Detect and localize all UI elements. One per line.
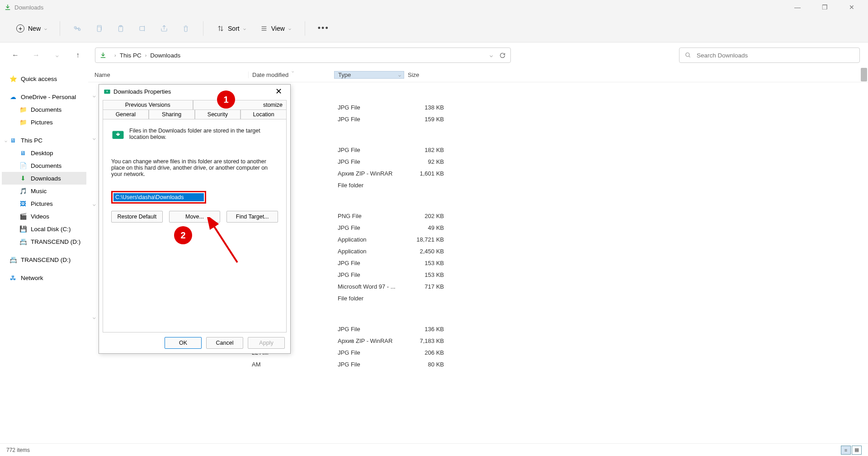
cancel-button[interactable]: Cancel	[206, 337, 243, 349]
sidebar-label: Documents	[31, 162, 61, 169]
column-name[interactable]: Name	[94, 71, 248, 78]
videos-icon: 🎬	[19, 213, 27, 220]
dialog-body: Files in the Downloads folder are stored…	[103, 119, 287, 332]
new-button[interactable]: + New ⌵	[12, 22, 52, 35]
maximize-button[interactable]: ❐	[816, 4, 834, 11]
sidebar-label: Pictures	[31, 119, 53, 126]
sidebar-item-network[interactable]: 🖧 Network	[2, 271, 86, 284]
tab-location[interactable]: Location	[241, 109, 287, 119]
sidebar-label: Music	[31, 188, 47, 195]
sidebar-item-quick-access[interactable]: ⭐ Quick access	[2, 72, 86, 85]
tab-sharing[interactable]: Sharing	[149, 109, 195, 119]
refresh-button[interactable]	[499, 52, 506, 59]
folder-download-icon	[111, 128, 125, 141]
sidebar: ⭐ Quick access ☁ OneDrive - Personal 📁 D…	[0, 68, 88, 443]
sidebar-item-desktop[interactable]: 🖥 Desktop	[2, 147, 86, 159]
search-input[interactable]	[697, 52, 854, 59]
download-icon	[5, 4, 11, 10]
cloud-icon: ☁	[9, 93, 17, 100]
chevron-right-icon: ›	[145, 52, 147, 58]
sort-icon	[217, 25, 224, 32]
recent-dropdown[interactable]: ⌵	[50, 48, 64, 62]
sidebar-label: This PC	[21, 137, 42, 144]
sidebar-item-downloads[interactable]: ⬇ Downloads	[2, 172, 86, 185]
download-icon: ⬇	[19, 175, 27, 182]
sidebar-item-this-pc[interactable]: ⌵ 🖥 This PC	[2, 134, 86, 147]
folder-icon: 📁	[19, 119, 27, 126]
chevron-down-icon: ⌵	[288, 26, 291, 31]
desktop-icon: 🖥	[19, 150, 27, 157]
svg-rect-3	[140, 26, 145, 30]
paste-button[interactable]	[112, 19, 130, 38]
sidebar-item-documents[interactable]: 📁 Documents	[2, 103, 86, 116]
search-icon	[685, 52, 691, 58]
location-path-input[interactable]	[113, 193, 204, 201]
dialog-footer: OK Cancel Apply	[99, 332, 290, 353]
delete-button[interactable]	[177, 19, 195, 38]
address-bar[interactable]: › This PC › Downloads ⌵	[95, 48, 511, 63]
dialog-tabs: Previous Versions stomize General Sharin…	[99, 98, 290, 119]
chevron-down-icon: ⌵	[243, 26, 246, 31]
documents-icon: 📄	[19, 162, 27, 169]
sidebar-item-videos[interactable]: 🎬 Videos	[2, 210, 86, 223]
svg-line-7	[212, 224, 237, 262]
column-type[interactable]: Type⌵	[334, 71, 404, 79]
up-button[interactable]: ↑	[71, 48, 85, 62]
dialog-titlebar: Downloads Properties ✕	[99, 85, 290, 98]
address-dropdown[interactable]: ⌵	[490, 52, 493, 58]
sidebar-label: Documents	[31, 106, 61, 113]
column-size[interactable]: Size	[404, 71, 449, 78]
sidebar-item-transcend-2[interactable]: 📇 TRANSCEND (D:)	[2, 253, 86, 266]
monitor-icon: 🖥	[9, 137, 17, 144]
sidebar-item-pictures[interactable]: 🖼 Pictures	[2, 197, 86, 210]
sidebar-item-documents[interactable]: 📄 Documents	[2, 159, 86, 172]
scrollbar-thumb[interactable]	[861, 68, 867, 81]
tab-security[interactable]: Security	[195, 109, 241, 119]
search-box[interactable]	[679, 48, 860, 63]
properties-dialog: Downloads Properties ✕ Previous Versions…	[99, 84, 291, 354]
separator	[203, 21, 203, 36]
rename-button[interactable]	[133, 19, 151, 38]
column-date[interactable]: ⌵Date modified	[248, 71, 334, 78]
forward-button[interactable]: →	[29, 48, 43, 62]
sidebar-item-music[interactable]: 🎵 Music	[2, 185, 86, 197]
sort-button[interactable]: Sort ⌵	[212, 22, 251, 35]
sidebar-label: TRANSCEND (D:)	[21, 256, 71, 263]
sidebar-label: Local Disk (C:)	[31, 226, 71, 233]
thumbnails-view-button[interactable]: ▦	[852, 446, 862, 455]
tab-general[interactable]: General	[103, 109, 149, 119]
table-row[interactable]: AM JPG File 80 KB	[94, 358, 868, 370]
dialog-info-text: Files in the Downloads folder are stored…	[129, 128, 278, 140]
location-path-highlight	[111, 191, 206, 204]
sidebar-item-onedrive[interactable]: ☁ OneDrive - Personal	[2, 90, 86, 103]
sidebar-item-pictures[interactable]: 📁 Pictures	[2, 116, 86, 128]
sidebar-item-local-disk[interactable]: 💾 Local Disk (C:)	[2, 223, 86, 235]
music-icon: 🎵	[19, 187, 27, 195]
share-button[interactable]	[155, 19, 173, 38]
folder-download-icon	[104, 88, 111, 95]
chevron-down-icon[interactable]: ⌵	[5, 138, 7, 143]
close-button[interactable]: ✕	[843, 4, 861, 11]
new-label: New	[28, 25, 41, 32]
dialog-info-text-2: You can change where files in this folde…	[111, 158, 278, 177]
details-view-button[interactable]: ≡	[841, 446, 851, 455]
dialog-close-button[interactable]: ✕	[272, 86, 286, 97]
breadcrumb-this-pc[interactable]: This PC	[120, 52, 142, 59]
sidebar-label: Pictures	[31, 200, 53, 207]
statusbar: 772 items ≡ ▦	[0, 443, 868, 456]
restore-default-button[interactable]: Restore Default	[111, 211, 163, 223]
copy-button[interactable]	[90, 19, 108, 38]
ok-button[interactable]: OK	[165, 337, 202, 349]
breadcrumb-downloads[interactable]: Downloads	[150, 52, 180, 59]
view-icon	[260, 25, 268, 32]
back-button[interactable]: ←	[8, 48, 23, 62]
minimize-button[interactable]: —	[788, 4, 807, 11]
tab-customize[interactable]: stomize	[193, 100, 287, 109]
sidebar-label: Desktop	[31, 150, 53, 157]
tab-previous-versions[interactable]: Previous Versions	[103, 100, 193, 109]
more-button[interactable]: •••	[313, 24, 334, 33]
apply-button[interactable]: Apply	[248, 337, 285, 349]
view-button[interactable]: View ⌵	[255, 22, 297, 35]
sidebar-item-transcend[interactable]: 📇 TRANSCEND (D:)	[2, 235, 86, 248]
cut-button[interactable]	[68, 19, 86, 38]
